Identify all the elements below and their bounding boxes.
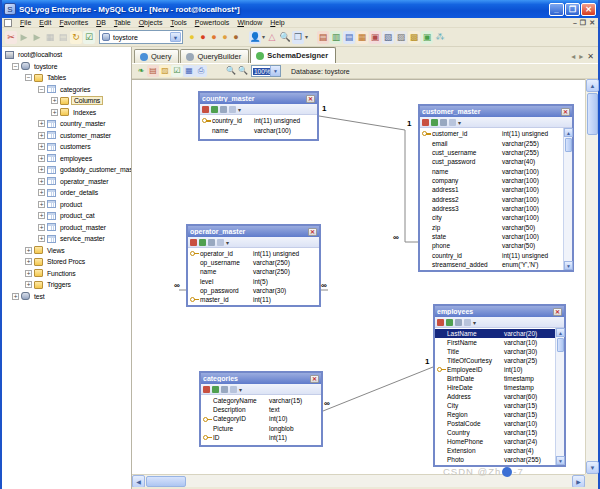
field-row-address2[interactable]: address2varchar(100) — [420, 195, 563, 204]
field-row-zip[interactable]: zipvarchar(50) — [420, 223, 563, 232]
find-icon[interactable]: 🔍 — [279, 31, 291, 44]
sidebar-item-stored-procs[interactable]: +Stored Procs — [2, 256, 131, 268]
mdi-restore-icon[interactable]: ❐ — [580, 19, 586, 27]
expand-icon[interactable]: + — [25, 281, 32, 288]
menu-file[interactable]: File — [16, 19, 35, 26]
save-schema-icon[interactable]: ▤ — [147, 65, 159, 77]
diagram-table-categories[interactable]: categories✕▾CategoryNamevarchar(15)Descr… — [199, 371, 323, 447]
table-header[interactable]: categories✕ — [201, 373, 321, 384]
sidebar-item-product-cat[interactable]: +product_cat — [2, 210, 131, 222]
sidebar-item-indexes[interactable]: +Indexes — [2, 107, 131, 119]
scroll-down-icon[interactable]: ▼ — [586, 461, 599, 474]
field-row-categoryname[interactable]: CategoryNamevarchar(15) — [201, 396, 321, 405]
table-close-icon[interactable]: ✕ — [561, 108, 570, 116]
table-menu-caret-icon[interactable]: ▾ — [458, 119, 461, 126]
table-index-icon[interactable] — [229, 106, 236, 113]
field-row-firstname[interactable]: FirstNamevarchar(10) — [435, 338, 555, 347]
new-connection-icon[interactable]: ✂ — [5, 31, 17, 44]
table-header[interactable]: operator_master✕ — [188, 226, 319, 237]
diagram-table-customer_master[interactable]: customer_master✕▾customer_idint(11) unsi… — [418, 104, 574, 272]
expand-icon[interactable]: + — [38, 201, 45, 208]
field-row-cust_username[interactable]: cust_usernamevarchar(255) — [420, 148, 563, 157]
close-button[interactable]: ✕ — [581, 3, 596, 16]
paste-icon[interactable]: ▩ — [408, 31, 420, 44]
notifications-icon[interactable]: ▦ — [356, 31, 368, 44]
field-row-hiredate[interactable]: HireDatetimestamp — [435, 383, 555, 392]
field-row-state[interactable]: statevarchar(100) — [420, 232, 563, 241]
table-index-icon[interactable] — [230, 386, 237, 393]
database-combo[interactable]: toystore ▼ — [99, 30, 183, 44]
field-row-title[interactable]: Titlevarchar(30) — [435, 347, 555, 356]
minimize-button[interactable]: _ — [549, 3, 564, 16]
sidebar-item-views[interactable]: +Views — [2, 245, 131, 257]
table-edit-icon[interactable] — [212, 386, 219, 393]
field-row-titleofcourtesy[interactable]: TitleOfCourtesyvarchar(25) — [435, 356, 555, 365]
table-close-icon[interactable]: ✕ — [553, 308, 562, 316]
field-row-master_id[interactable]: master_idint(11) — [188, 295, 319, 304]
scroll-up-icon[interactable]: ▲ — [586, 79, 599, 92]
table-menu-caret-icon[interactable]: ▾ — [473, 319, 476, 326]
new-schema-icon[interactable]: ❧ — [135, 65, 147, 77]
sidebar-item-columns[interactable]: +Columns — [2, 95, 131, 107]
table-edit-icon[interactable] — [211, 106, 218, 113]
backup-icon[interactable]: ● — [231, 31, 241, 44]
menu-table[interactable]: Table — [110, 19, 135, 26]
sidebar-item-country-master[interactable]: +country_master — [2, 118, 131, 130]
menu-objects[interactable]: Objects — [135, 19, 167, 26]
sidebar-item-godaddy-customer-master[interactable]: +godaddy_customer_master — [2, 164, 131, 176]
field-row-categoryid[interactable]: CategoryIDint(10) — [201, 414, 321, 423]
table-index-icon[interactable] — [464, 319, 471, 326]
insert-row-icon[interactable]: ▤ — [57, 31, 69, 44]
expand-icon[interactable]: + — [25, 258, 32, 265]
scroll-thumb[interactable] — [557, 338, 564, 352]
share-icon[interactable]: ⁂ — [434, 31, 446, 44]
table-insert-icon[interactable] — [437, 319, 444, 326]
tab-querybuilder[interactable]: QueryBuilder — [180, 49, 249, 63]
field-row-op_password[interactable]: op_passwordvarchar(30) — [188, 286, 319, 295]
field-row-city[interactable]: Cityvarchar(15) — [435, 401, 555, 410]
schema-sync-icon[interactable]: △ — [266, 31, 278, 44]
scroll-down-icon[interactable]: ▼ — [556, 456, 565, 465]
window-caret-icon[interactable]: ▾ — [305, 31, 308, 44]
scroll-thumb[interactable] — [565, 138, 572, 152]
expand-icon[interactable]: + — [51, 97, 58, 104]
refresh-icon[interactable]: ↻ — [70, 31, 82, 44]
field-row-name[interactable]: namevarchar(100) — [420, 166, 563, 175]
field-row-address[interactable]: Addressvarchar(60) — [435, 392, 555, 401]
sidebar-item-service-master[interactable]: +service_master — [2, 233, 131, 245]
expand-icon[interactable]: + — [38, 212, 45, 219]
sidebar-item-operator-master[interactable]: +operator_master — [2, 176, 131, 188]
field-row-email[interactable]: emailvarchar(255) — [420, 138, 563, 147]
scroll-thumb[interactable] — [587, 93, 598, 135]
mdi-minimize-icon[interactable]: – — [573, 19, 577, 27]
copy-icon[interactable]: ▨ — [395, 31, 407, 44]
window-icon[interactable]: ❐ — [292, 31, 304, 44]
expand-icon[interactable]: + — [25, 270, 32, 277]
database-icon[interactable]: ▣ — [421, 31, 433, 44]
import-icon[interactable]: ▤ — [343, 31, 355, 44]
field-row-homephone[interactable]: HomePhonevarchar(24) — [435, 437, 555, 446]
field-row-employeeid[interactable]: EmployeeIDint(10) — [435, 365, 555, 374]
table-insert-icon[interactable] — [190, 239, 197, 246]
expand-icon[interactable]: + — [38, 155, 45, 162]
expand-icon[interactable]: + — [38, 132, 45, 139]
execute-all-icon[interactable]: ▶ — [31, 31, 43, 44]
tab-scroll-right-icon[interactable]: ▸ — [579, 52, 583, 61]
table-scrollbar[interactable]: ▲▼ — [563, 128, 572, 270]
collapse-icon[interactable]: − — [25, 74, 32, 81]
expand-icon[interactable]: + — [25, 247, 32, 254]
scroll-up-icon[interactable]: ▲ — [556, 328, 565, 337]
table-relation-icon[interactable] — [455, 319, 462, 326]
tab-close-icon[interactable]: ✕ — [587, 52, 594, 61]
table-insert-icon[interactable] — [203, 386, 210, 393]
zoom-out-icon[interactable]: 🔍 — [237, 65, 249, 77]
table-insert-icon[interactable] — [202, 106, 209, 113]
table-relation-icon[interactable] — [221, 386, 228, 393]
field-row-level[interactable]: levelint(5) — [188, 277, 319, 286]
canvas-vertical-scrollbar[interactable]: ▲ ▼ — [585, 79, 598, 474]
table-menu-caret-icon[interactable]: ▾ — [238, 106, 241, 113]
field-row-postalcode[interactable]: PostalCodevarchar(10) — [435, 419, 555, 428]
tab-schemadesigner[interactable]: SchemaDesigner — [250, 47, 336, 63]
collapse-icon[interactable]: − — [12, 63, 19, 70]
field-row-id[interactable]: IDint(11) — [201, 433, 321, 442]
